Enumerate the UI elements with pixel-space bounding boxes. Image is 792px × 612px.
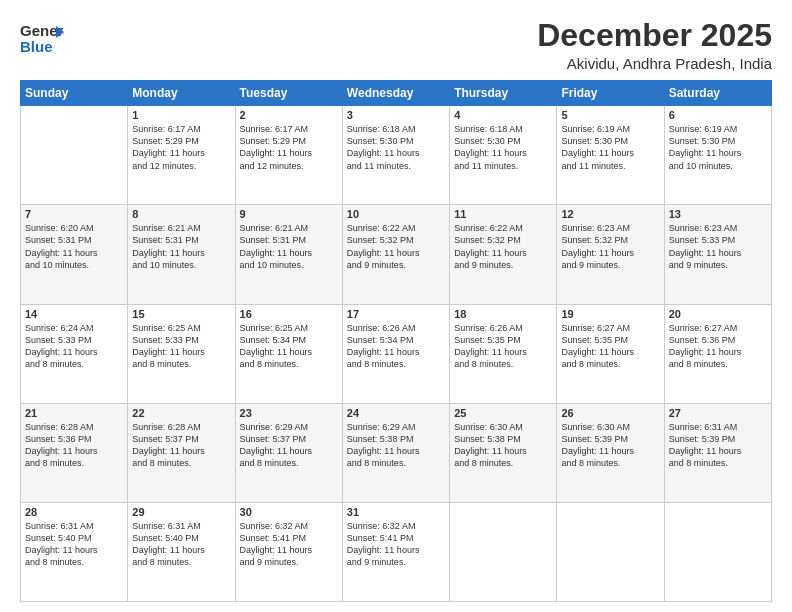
weekday-header-cell: Sunday <box>21 81 128 106</box>
day-number: 1 <box>132 109 230 121</box>
day-number: 28 <box>25 506 123 518</box>
day-number: 12 <box>561 208 659 220</box>
weekday-header-cell: Tuesday <box>235 81 342 106</box>
svg-text:Blue: Blue <box>20 38 53 55</box>
day-number: 24 <box>347 407 445 419</box>
calendar-cell: 31Sunrise: 6:32 AM Sunset: 5:41 PM Dayli… <box>342 502 449 601</box>
day-info: Sunrise: 6:29 AM Sunset: 5:37 PM Dayligh… <box>240 421 338 470</box>
day-info: Sunrise: 6:32 AM Sunset: 5:41 PM Dayligh… <box>347 520 445 569</box>
calendar-cell: 1Sunrise: 6:17 AM Sunset: 5:29 PM Daylig… <box>128 106 235 205</box>
day-number: 23 <box>240 407 338 419</box>
calendar-cell: 23Sunrise: 6:29 AM Sunset: 5:37 PM Dayli… <box>235 403 342 502</box>
day-number: 14 <box>25 308 123 320</box>
title-block: December 2025 Akividu, Andhra Pradesh, I… <box>537 18 772 72</box>
day-info: Sunrise: 6:18 AM Sunset: 5:30 PM Dayligh… <box>454 123 552 172</box>
day-number: 2 <box>240 109 338 121</box>
day-info: Sunrise: 6:30 AM Sunset: 5:38 PM Dayligh… <box>454 421 552 470</box>
calendar-cell: 14Sunrise: 6:24 AM Sunset: 5:33 PM Dayli… <box>21 304 128 403</box>
day-info: Sunrise: 6:23 AM Sunset: 5:32 PM Dayligh… <box>561 222 659 271</box>
day-number: 25 <box>454 407 552 419</box>
calendar-cell <box>21 106 128 205</box>
calendar-row: 21Sunrise: 6:28 AM Sunset: 5:36 PM Dayli… <box>21 403 772 502</box>
calendar-cell: 10Sunrise: 6:22 AM Sunset: 5:32 PM Dayli… <box>342 205 449 304</box>
calendar-table: SundayMondayTuesdayWednesdayThursdayFrid… <box>20 80 772 602</box>
day-number: 5 <box>561 109 659 121</box>
day-info: Sunrise: 6:23 AM Sunset: 5:33 PM Dayligh… <box>669 222 767 271</box>
day-number: 30 <box>240 506 338 518</box>
calendar-cell: 2Sunrise: 6:17 AM Sunset: 5:29 PM Daylig… <box>235 106 342 205</box>
day-info: Sunrise: 6:21 AM Sunset: 5:31 PM Dayligh… <box>240 222 338 271</box>
day-number: 6 <box>669 109 767 121</box>
day-info: Sunrise: 6:22 AM Sunset: 5:32 PM Dayligh… <box>347 222 445 271</box>
month-title: December 2025 <box>537 18 772 53</box>
day-info: Sunrise: 6:26 AM Sunset: 5:35 PM Dayligh… <box>454 322 552 371</box>
calendar-cell: 5Sunrise: 6:19 AM Sunset: 5:30 PM Daylig… <box>557 106 664 205</box>
weekday-header-cell: Monday <box>128 81 235 106</box>
calendar-cell: 7Sunrise: 6:20 AM Sunset: 5:31 PM Daylig… <box>21 205 128 304</box>
day-info: Sunrise: 6:29 AM Sunset: 5:38 PM Dayligh… <box>347 421 445 470</box>
day-number: 22 <box>132 407 230 419</box>
day-number: 7 <box>25 208 123 220</box>
calendar-row: 1Sunrise: 6:17 AM Sunset: 5:29 PM Daylig… <box>21 106 772 205</box>
day-info: Sunrise: 6:17 AM Sunset: 5:29 PM Dayligh… <box>240 123 338 172</box>
calendar-cell: 4Sunrise: 6:18 AM Sunset: 5:30 PM Daylig… <box>450 106 557 205</box>
calendar-row: 14Sunrise: 6:24 AM Sunset: 5:33 PM Dayli… <box>21 304 772 403</box>
day-number: 31 <box>347 506 445 518</box>
day-number: 3 <box>347 109 445 121</box>
header: General Blue December 2025 Akividu, Andh… <box>20 18 772 72</box>
calendar-row: 28Sunrise: 6:31 AM Sunset: 5:40 PM Dayli… <box>21 502 772 601</box>
calendar-cell: 22Sunrise: 6:28 AM Sunset: 5:37 PM Dayli… <box>128 403 235 502</box>
day-info: Sunrise: 6:26 AM Sunset: 5:34 PM Dayligh… <box>347 322 445 371</box>
day-number: 29 <box>132 506 230 518</box>
day-number: 27 <box>669 407 767 419</box>
day-info: Sunrise: 6:28 AM Sunset: 5:36 PM Dayligh… <box>25 421 123 470</box>
weekday-header-cell: Saturday <box>664 81 771 106</box>
calendar-cell: 26Sunrise: 6:30 AM Sunset: 5:39 PM Dayli… <box>557 403 664 502</box>
calendar-cell: 3Sunrise: 6:18 AM Sunset: 5:30 PM Daylig… <box>342 106 449 205</box>
calendar-cell: 21Sunrise: 6:28 AM Sunset: 5:36 PM Dayli… <box>21 403 128 502</box>
calendar-cell: 19Sunrise: 6:27 AM Sunset: 5:35 PM Dayli… <box>557 304 664 403</box>
day-number: 21 <box>25 407 123 419</box>
day-info: Sunrise: 6:24 AM Sunset: 5:33 PM Dayligh… <box>25 322 123 371</box>
day-info: Sunrise: 6:25 AM Sunset: 5:33 PM Dayligh… <box>132 322 230 371</box>
day-info: Sunrise: 6:31 AM Sunset: 5:40 PM Dayligh… <box>25 520 123 569</box>
weekday-header-cell: Wednesday <box>342 81 449 106</box>
calendar-cell: 25Sunrise: 6:30 AM Sunset: 5:38 PM Dayli… <box>450 403 557 502</box>
logo: General Blue <box>20 18 64 62</box>
weekday-header-row: SundayMondayTuesdayWednesdayThursdayFrid… <box>21 81 772 106</box>
day-number: 26 <box>561 407 659 419</box>
page: General Blue December 2025 Akividu, Andh… <box>0 0 792 612</box>
calendar-cell: 8Sunrise: 6:21 AM Sunset: 5:31 PM Daylig… <box>128 205 235 304</box>
calendar-cell: 28Sunrise: 6:31 AM Sunset: 5:40 PM Dayli… <box>21 502 128 601</box>
day-number: 18 <box>454 308 552 320</box>
day-info: Sunrise: 6:32 AM Sunset: 5:41 PM Dayligh… <box>240 520 338 569</box>
day-info: Sunrise: 6:21 AM Sunset: 5:31 PM Dayligh… <box>132 222 230 271</box>
day-info: Sunrise: 6:31 AM Sunset: 5:40 PM Dayligh… <box>132 520 230 569</box>
calendar-cell: 11Sunrise: 6:22 AM Sunset: 5:32 PM Dayli… <box>450 205 557 304</box>
day-number: 16 <box>240 308 338 320</box>
calendar-cell: 16Sunrise: 6:25 AM Sunset: 5:34 PM Dayli… <box>235 304 342 403</box>
location-title: Akividu, Andhra Pradesh, India <box>537 55 772 72</box>
weekday-header-cell: Thursday <box>450 81 557 106</box>
day-number: 17 <box>347 308 445 320</box>
calendar-cell: 18Sunrise: 6:26 AM Sunset: 5:35 PM Dayli… <box>450 304 557 403</box>
day-number: 4 <box>454 109 552 121</box>
calendar-body: 1Sunrise: 6:17 AM Sunset: 5:29 PM Daylig… <box>21 106 772 602</box>
calendar-cell <box>664 502 771 601</box>
calendar-cell: 27Sunrise: 6:31 AM Sunset: 5:39 PM Dayli… <box>664 403 771 502</box>
day-info: Sunrise: 6:19 AM Sunset: 5:30 PM Dayligh… <box>669 123 767 172</box>
day-info: Sunrise: 6:27 AM Sunset: 5:35 PM Dayligh… <box>561 322 659 371</box>
day-number: 15 <box>132 308 230 320</box>
day-info: Sunrise: 6:17 AM Sunset: 5:29 PM Dayligh… <box>132 123 230 172</box>
day-info: Sunrise: 6:27 AM Sunset: 5:36 PM Dayligh… <box>669 322 767 371</box>
day-info: Sunrise: 6:20 AM Sunset: 5:31 PM Dayligh… <box>25 222 123 271</box>
calendar-cell: 6Sunrise: 6:19 AM Sunset: 5:30 PM Daylig… <box>664 106 771 205</box>
day-info: Sunrise: 6:22 AM Sunset: 5:32 PM Dayligh… <box>454 222 552 271</box>
weekday-header-cell: Friday <box>557 81 664 106</box>
day-info: Sunrise: 6:28 AM Sunset: 5:37 PM Dayligh… <box>132 421 230 470</box>
day-info: Sunrise: 6:25 AM Sunset: 5:34 PM Dayligh… <box>240 322 338 371</box>
calendar-cell: 30Sunrise: 6:32 AM Sunset: 5:41 PM Dayli… <box>235 502 342 601</box>
calendar-cell: 17Sunrise: 6:26 AM Sunset: 5:34 PM Dayli… <box>342 304 449 403</box>
calendar-cell: 24Sunrise: 6:29 AM Sunset: 5:38 PM Dayli… <box>342 403 449 502</box>
calendar-cell: 20Sunrise: 6:27 AM Sunset: 5:36 PM Dayli… <box>664 304 771 403</box>
